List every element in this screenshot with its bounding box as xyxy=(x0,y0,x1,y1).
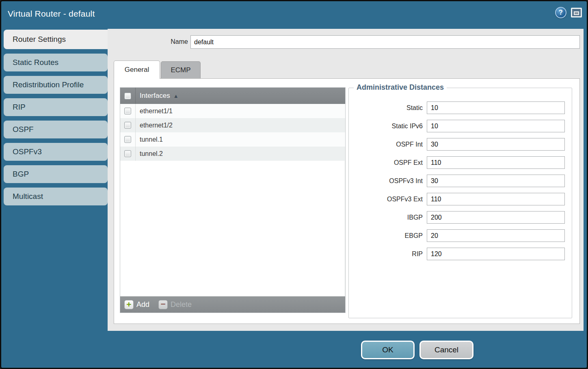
ospfv3-int-input[interactable] xyxy=(427,175,565,187)
interfaces-table: Interfaces ▲ ethernet1/1 ethernet1/2 xyxy=(120,87,346,313)
admin-row-ospf-ext: OSPF Ext xyxy=(349,156,572,169)
add-button-label: Add xyxy=(136,300,149,309)
ebgp-input[interactable] xyxy=(427,229,565,242)
minus-glyph: − xyxy=(160,300,165,308)
sidebar-item-rip[interactable]: RIP xyxy=(4,98,108,116)
tab-ecmp[interactable]: ECMP xyxy=(161,61,201,78)
ospfv3-ext-input[interactable] xyxy=(427,193,565,205)
admin-row-ospf-int: OSPF Int xyxy=(349,138,572,151)
add-button[interactable]: + Add xyxy=(124,300,149,309)
name-input[interactable] xyxy=(190,35,580,49)
interfaces-table-header: Interfaces ▲ xyxy=(120,88,345,104)
row-checkbox[interactable] xyxy=(124,108,131,114)
ospf-int-input[interactable] xyxy=(427,138,565,151)
row-checkbox-cell xyxy=(120,118,136,132)
admin-row-ibgp: IBGP xyxy=(349,211,572,224)
delete-button[interactable]: − Delete xyxy=(158,300,192,309)
ibgp-input[interactable] xyxy=(427,211,565,224)
static-label: Static xyxy=(349,104,427,112)
plus-glyph: + xyxy=(126,300,131,309)
row-checkbox-cell xyxy=(120,132,136,147)
table-row[interactable]: ethernet1/1 xyxy=(120,104,345,118)
interface-name: ethernet1/2 xyxy=(136,122,173,129)
sort-ascending-icon[interactable]: ▲ xyxy=(173,93,179,99)
sidebar: Router Settings Static Routes Redistribu… xyxy=(4,30,108,210)
titlebar-icons: ? xyxy=(555,7,582,18)
admin-row-rip: RIP xyxy=(349,248,572,260)
row-checkbox[interactable] xyxy=(124,136,131,143)
administrative-distances-title: Administrative Distances xyxy=(354,83,447,92)
cancel-button[interactable]: Cancel xyxy=(419,341,473,359)
select-all-cell xyxy=(120,88,136,104)
admin-row-static-ipv6: Static IPv6 xyxy=(349,120,572,132)
sidebar-item-redistribution-profile[interactable]: Redistribution Profile xyxy=(4,76,108,94)
ospfv3-ext-label: OSPFv3 Ext xyxy=(349,196,427,203)
administrative-distances-fieldset: Administrative Distances Static Static I… xyxy=(348,88,572,318)
interface-name: tunnel.1 xyxy=(136,136,163,143)
sidebar-item-ospfv3[interactable]: OSPFv3 xyxy=(4,143,108,161)
table-row[interactable]: ethernet1/2 xyxy=(120,118,345,132)
sidebar-item-router-settings[interactable]: Router Settings xyxy=(4,30,108,49)
plus-icon: + xyxy=(124,300,134,309)
rip-input[interactable] xyxy=(427,248,565,260)
dialog-footer: OK Cancel xyxy=(1,331,587,369)
admin-row-ospfv3-ext: OSPFv3 Ext xyxy=(349,193,572,205)
general-tab-panel: Interfaces ▲ ethernet1/1 ethernet1/2 xyxy=(114,78,580,324)
row-checkbox-cell xyxy=(120,147,136,161)
admin-row-ospfv3-int: OSPFv3 Int xyxy=(349,175,572,187)
ospf-ext-input[interactable] xyxy=(427,156,565,169)
titlebar: Virtual Router - default ? xyxy=(1,1,587,26)
help-icon[interactable]: ? xyxy=(555,7,566,18)
static-ipv6-input[interactable] xyxy=(427,120,565,132)
sidebar-item-static-routes[interactable]: Static Routes xyxy=(4,54,108,71)
admin-row-static: Static xyxy=(349,101,572,114)
row-checkbox[interactable] xyxy=(124,150,131,157)
ibgp-label: IBGP xyxy=(349,214,427,221)
interface-name: ethernet1/1 xyxy=(136,108,173,115)
tabstrip: General ECMP xyxy=(114,60,201,78)
sidebar-item-bgp[interactable]: BGP xyxy=(4,165,108,183)
name-label: Name xyxy=(108,38,188,45)
sidebar-item-multicast[interactable]: Multicast xyxy=(4,188,108,205)
ospf-int-label: OSPF Int xyxy=(349,141,427,148)
window-icon[interactable] xyxy=(571,8,582,17)
ospfv3-int-label: OSPFv3 Int xyxy=(349,177,427,185)
table-empty-area xyxy=(120,161,345,296)
table-row[interactable]: tunnel.2 xyxy=(120,147,345,161)
ok-button[interactable]: OK xyxy=(361,341,415,359)
dialog-title: Virtual Router - default xyxy=(8,9,95,19)
static-input[interactable] xyxy=(427,101,565,114)
row-checkbox-cell xyxy=(120,104,136,118)
tab-general[interactable]: General xyxy=(114,60,160,79)
interfaces-column-header[interactable]: Interfaces xyxy=(136,92,170,100)
ospf-ext-label: OSPF Ext xyxy=(349,159,427,166)
content-panel: Name General ECMP Interfaces ▲ xyxy=(108,29,584,331)
sidebar-item-ospf[interactable]: OSPF xyxy=(4,121,108,138)
row-checkbox[interactable] xyxy=(124,122,131,129)
static-ipv6-label: Static IPv6 xyxy=(349,123,427,130)
select-all-checkbox[interactable] xyxy=(124,93,131,99)
virtual-router-dialog: Virtual Router - default ? Router Settin… xyxy=(0,0,588,369)
minus-icon: − xyxy=(158,300,168,309)
admin-row-ebgp: EBGP xyxy=(349,229,572,242)
window-icon-inner xyxy=(574,11,579,15)
interface-name: tunnel.2 xyxy=(136,150,163,158)
interfaces-table-footer: + Add − Delete xyxy=(120,296,345,313)
delete-button-label: Delete xyxy=(171,300,192,309)
table-row[interactable]: tunnel.1 xyxy=(120,132,345,147)
administrative-distances-rows: Static Static IPv6 OSPF Int OSPF Ext xyxy=(349,101,572,266)
ebgp-label: EBGP xyxy=(349,232,427,240)
rip-label: RIP xyxy=(349,250,427,258)
